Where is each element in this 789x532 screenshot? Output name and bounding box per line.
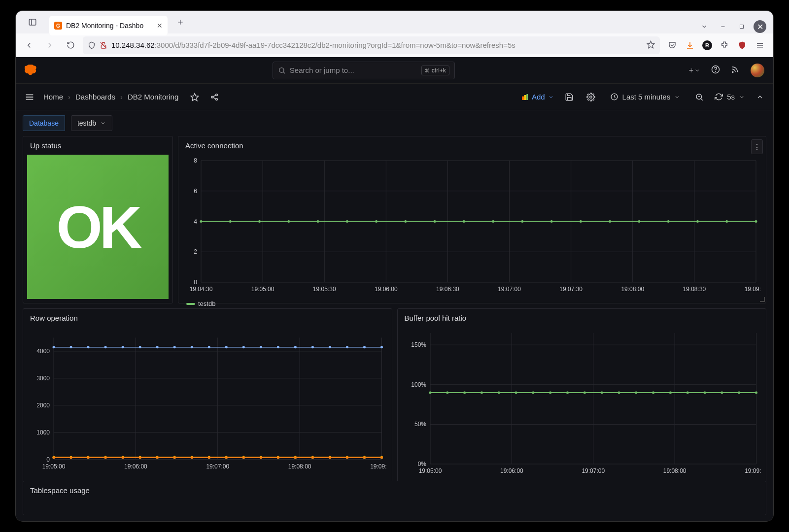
- create-menu-button[interactable]: +: [689, 66, 700, 75]
- add-label: Add: [532, 93, 545, 101]
- app-menu-icon[interactable]: [755, 40, 765, 51]
- svg-text:50%: 50%: [414, 421, 426, 428]
- svg-point-175: [208, 456, 210, 459]
- time-range-label: Last 5 minutes: [622, 93, 671, 101]
- downloads-icon[interactable]: [685, 40, 695, 51]
- svg-point-146: [53, 346, 55, 348]
- hamburger-menu-icon[interactable]: [23, 90, 36, 104]
- svg-point-82: [667, 220, 670, 223]
- svg-text:19:09:00: 19:09:00: [370, 463, 386, 470]
- panel-menu-button[interactable]: ⋮: [751, 139, 763, 154]
- extension-badge-icon[interactable]: R: [702, 40, 712, 50]
- tab-title: DB2 Monitoring - Dashbo: [66, 22, 143, 30]
- svg-point-71: [346, 220, 348, 223]
- window-minimize-button[interactable]: [716, 20, 730, 33]
- svg-text:19:09:00: 19:09:00: [745, 467, 761, 474]
- time-range-picker[interactable]: Last 5 minutes: [606, 91, 685, 103]
- grafana-search-input[interactable]: Search or jump to... ⌘ ctrl+k: [273, 62, 455, 79]
- clock-icon: [610, 93, 618, 101]
- svg-point-217: [652, 391, 654, 394]
- grafana-topbar: Search or jump to... ⌘ ctrl+k +: [16, 57, 773, 84]
- news-icon[interactable]: [731, 65, 740, 76]
- svg-text:19:07:00: 19:07:00: [206, 463, 229, 470]
- window-close-button[interactable]: ✕: [754, 20, 766, 33]
- svg-point-183: [346, 456, 348, 459]
- breadcrumb-home[interactable]: Home: [43, 93, 63, 101]
- svg-line-26: [213, 95, 216, 97]
- grafana-logo-icon[interactable]: [25, 64, 38, 77]
- variable-value-dropdown[interactable]: testdb: [71, 115, 112, 131]
- svg-point-184: [363, 456, 366, 459]
- svg-line-27: [213, 97, 216, 99]
- svg-text:8: 8: [194, 157, 197, 164]
- refresh-interval: 5s: [727, 93, 735, 101]
- svg-point-158: [260, 346, 262, 348]
- pocket-icon[interactable]: [667, 40, 678, 51]
- svg-text:0: 0: [194, 279, 197, 286]
- help-icon[interactable]: [711, 65, 720, 76]
- share-dashboard-button[interactable]: [208, 91, 221, 103]
- dashboard-settings-button[interactable]: [584, 91, 597, 103]
- breadcrumb-dashboards[interactable]: Dashboards: [75, 93, 115, 101]
- svg-point-78: [550, 220, 553, 223]
- svg-text:19:08:30: 19:08:30: [683, 286, 706, 293]
- svg-point-68: [258, 220, 261, 223]
- nav-back-button[interactable]: [21, 37, 37, 54]
- svg-text:19:08:00: 19:08:00: [621, 286, 644, 293]
- browser-urlbar: 10.248.34.62:3000/d/b333fd7f-2b09-4d9f-a…: [16, 33, 773, 57]
- url-field[interactable]: 10.248.34.62:3000/d/b333fd7f-2b09-4d9f-a…: [83, 36, 660, 54]
- panel-up-status[interactable]: Up status OK: [23, 136, 173, 303]
- search-icon: [278, 66, 286, 74]
- svg-point-83: [696, 220, 699, 223]
- browser-tabbar: G DB2 Monitoring - Dashbo ✕ ✕: [16, 11, 773, 33]
- nav-forward-button[interactable]: [41, 37, 58, 54]
- svg-text:19:09:00: 19:09:00: [745, 286, 761, 293]
- new-tab-button[interactable]: [172, 13, 189, 31]
- refresh-picker[interactable]: 5s: [715, 93, 745, 101]
- star-dashboard-button[interactable]: [188, 91, 201, 103]
- svg-point-151: [139, 346, 141, 348]
- svg-point-74: [434, 220, 436, 223]
- svg-point-208: [497, 391, 500, 394]
- breadcrumb-current[interactable]: DB2 Monitoring: [128, 93, 178, 101]
- chevron-down-icon: [739, 94, 745, 100]
- tabs-dropdown-icon[interactable]: [697, 20, 711, 33]
- panel-row-operation[interactable]: Row operation 0100020003000400019:05:001…: [23, 308, 392, 495]
- browser-tab-active[interactable]: G DB2 Monitoring - Dashbo ✕: [49, 16, 168, 35]
- svg-text:2: 2: [194, 248, 197, 255]
- svg-point-220: [703, 391, 706, 394]
- legend-item[interactable]: testdb: [186, 300, 215, 307]
- nav-reload-button[interactable]: [62, 37, 79, 54]
- kiosk-mode-button[interactable]: [754, 91, 766, 103]
- svg-point-223: [755, 391, 757, 394]
- svg-point-205: [446, 391, 448, 394]
- extensions-icon[interactable]: [719, 40, 730, 51]
- panel-active-connection[interactable]: ⋮ Active connection 0246819:04:3019:05:0…: [178, 136, 766, 303]
- svg-point-150: [122, 346, 124, 348]
- panel-tablespace-usage[interactable]: Tablespace usage: [23, 481, 766, 515]
- svg-rect-30: [526, 94, 528, 100]
- svg-text:150%: 150%: [411, 341, 426, 348]
- svg-text:4: 4: [194, 218, 197, 225]
- add-panel-button[interactable]: Add: [521, 93, 554, 101]
- save-dashboard-button[interactable]: [563, 91, 576, 103]
- tab-close-icon[interactable]: ✕: [157, 22, 163, 30]
- panel-buffer-pool[interactable]: Buffer pool hit ratio 0%50%100%150%19:05…: [397, 308, 767, 495]
- grafana-favicon-icon: G: [54, 22, 62, 30]
- insecure-lock-icon: [100, 41, 107, 49]
- svg-point-211: [549, 391, 551, 394]
- svg-point-213: [583, 391, 585, 394]
- window-maximize-button[interactable]: [735, 20, 749, 33]
- zoom-out-button[interactable]: [693, 91, 706, 103]
- svg-point-215: [617, 391, 620, 394]
- bookmark-star-icon[interactable]: [647, 40, 655, 50]
- panel-resize-handle[interactable]: [760, 297, 765, 302]
- svg-point-180: [294, 456, 297, 459]
- user-avatar[interactable]: [751, 64, 764, 77]
- svg-text:1000: 1000: [36, 429, 50, 436]
- sidebar-toggle-icon[interactable]: [22, 13, 43, 31]
- svg-point-18: [732, 71, 733, 72]
- ublock-icon[interactable]: [737, 40, 748, 51]
- svg-rect-29: [524, 95, 527, 100]
- svg-text:3000: 3000: [36, 375, 50, 382]
